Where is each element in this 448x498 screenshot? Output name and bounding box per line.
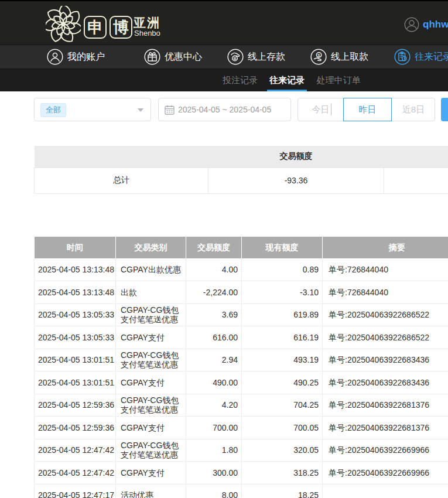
nav-item-3[interactable]: 线上存款 — [227, 45, 285, 69]
records-cell-type: CGPAY-CG钱包支付笔笔送优惠 — [116, 394, 186, 417]
records-cell-amount: 490.00 — [186, 371, 242, 394]
summary-table: 交易额度 总计 -93.36 — [34, 146, 448, 194]
user-avatar-icon — [404, 17, 419, 32]
records-cell-type: CGPAY-CG钱包支付笔笔送优惠 — [116, 349, 186, 371]
records-cell-time: 2025-04-05 12:47:17 — [35, 484, 116, 498]
records-cell-balance: 616.19 — [242, 326, 323, 349]
date-range-input[interactable]: 2025-04-05 ~ 2025-04-05 — [158, 98, 291, 121]
records-cell-balance: 318.25 — [242, 462, 323, 485]
summary-header-empty-2 — [384, 146, 448, 168]
records-cell-amount: 700.00 — [186, 417, 242, 439]
subnav-tab-3[interactable]: 处理中订单 — [317, 69, 361, 91]
records-cell-amount: 300.00 — [186, 462, 242, 485]
records-cell-summary: 单号:202504063922669966 — [323, 462, 448, 485]
calendar-icon — [165, 105, 175, 115]
summary-total-label: 总计 — [35, 168, 208, 193]
records-cell-time: 2025-04-05 12:47:42 — [35, 439, 116, 462]
records-cell-amount: 3.69 — [186, 303, 242, 326]
records-cell-summary — [323, 484, 448, 498]
records-cell-time: 2025-04-05 13:05:33 — [35, 303, 116, 326]
records-row: 2025-04-05 12:47:42CGPAY支付300.00318.25单号… — [35, 462, 448, 485]
page: 申 博 亚洲 Shenbo qhhw 我的账户 优惠中心 线上存款 $ 线上取款 — [0, 0, 448, 498]
records-cell-balance: 493.19 — [242, 349, 323, 371]
records-cell-summary: 单号:202504063922686522 — [323, 326, 448, 349]
nav-item-label: 线上取款 — [331, 51, 368, 63]
summary-total-row: 总计 -93.36 — [35, 168, 448, 193]
viewport: 申 博 亚洲 Shenbo qhhw 我的账户 优惠中心 线上存款 $ 线上取款 — [0, 0, 448, 498]
nav-item-label: 线上存款 — [248, 51, 285, 63]
records-cell-type: CGPAY支付 — [116, 371, 186, 394]
quick-btn-today[interactable]: 今日 — [298, 98, 343, 121]
records-cell-time: 2025-04-05 13:01:51 — [35, 349, 116, 371]
summary-header-row: 交易额度 — [35, 146, 448, 168]
records-cell-time: 2025-04-05 12:47:42 — [35, 462, 116, 485]
records-cell-balance: -3.10 — [242, 281, 323, 304]
records-cell-summary: 单号:202504063922683436 — [323, 349, 448, 371]
subnav-tab-2[interactable]: 往来记录 — [269, 69, 305, 91]
type-select-tag[interactable]: 全部 — [40, 103, 66, 117]
records-cell-time: 2025-04-05 13:13:48 — [35, 258, 116, 281]
records-cell-balance: 700.05 — [242, 417, 323, 439]
nav-item-label: 我的账户 — [67, 51, 105, 63]
brand-char-box-2: 博 — [110, 16, 132, 39]
nav-item-1[interactable]: 我的账户 — [47, 45, 105, 69]
records-cell-balance: 0.89 — [242, 258, 323, 281]
records-cell-type: CGPAY-CG钱包支付笔笔送优惠 — [116, 303, 186, 326]
records-col-header: 交易额度 — [186, 237, 242, 258]
brand-bar: 申 博 亚洲 Shenbo qhhw — [0, 1, 448, 45]
type-select[interactable]: 全部 — [34, 98, 151, 121]
records-table: 时间交易类别交易额度现有额度摘要 2025-04-05 13:13:48CGPA… — [34, 237, 448, 498]
records-cell-amount: 2.94 — [186, 349, 242, 371]
records-cell-time: 2025-04-05 12:59:36 — [35, 417, 116, 439]
text-caret — [331, 104, 331, 115]
search-button[interactable] — [441, 98, 448, 121]
nav-item-5[interactable]: 往来记录 — [394, 45, 448, 69]
username[interactable]: qhhw — [423, 19, 448, 30]
records-cell-summary: 单号:202504063922681376 — [323, 417, 448, 439]
records-col-header: 时间 — [35, 237, 116, 258]
records-cell-amount: 1.80 — [186, 439, 242, 462]
records-cell-type: CGPAY-CG钱包支付笔笔送优惠 — [116, 439, 186, 462]
nav-item-label: 优惠中心 — [165, 51, 202, 63]
nav-item-4[interactable]: $ 线上取款 — [310, 45, 368, 69]
records-cell-amount: -2,224.00 — [186, 281, 242, 304]
records-cell-summary: 单号:202504063922681376 — [323, 394, 448, 417]
nav-item-label: 往来记录 — [415, 51, 448, 63]
subnav-tab-1[interactable]: 投注记录 — [223, 69, 258, 91]
sub-nav: 投注记录往来记录处理中订单 — [0, 69, 448, 91]
records-cell-type: 活动优惠 — [116, 484, 186, 498]
records-cell-type: CGPAY支付 — [116, 326, 186, 349]
records-cell-time: 2025-04-05 13:05:33 — [35, 326, 116, 349]
records-row: 2025-04-05 13:05:33CGPAY-CG钱包支付笔笔送优惠3.69… — [35, 303, 448, 326]
brand-char-1: 申 — [87, 17, 103, 38]
records-row: 2025-04-05 13:13:48CGPAY出款优惠4.000.89单号:7… — [35, 258, 448, 281]
records-header-row: 时间交易类别交易额度现有额度摘要 — [35, 237, 448, 258]
quick-date-group: 今日 昨日 近8日 — [297, 98, 435, 121]
select-arrow-icon — [138, 108, 143, 112]
brand-char-2: 博 — [113, 17, 129, 38]
withdraw-icon: $ — [310, 49, 327, 65]
records-row: 2025-04-05 12:47:17活动优惠8.0018.25 — [35, 484, 448, 498]
records-cell-balance: 18.25 — [242, 484, 323, 498]
quick-btn-yesterday[interactable]: 昨日 — [343, 98, 392, 121]
records-icon — [394, 49, 411, 65]
records-cell-amount: 8.00 — [186, 484, 242, 498]
records-cell-balance: 704.25 — [242, 394, 323, 417]
account-icon — [47, 49, 63, 65]
nav-item-2[interactable]: 优惠中心 — [144, 45, 202, 69]
quick-btn-last8days[interactable]: 近8日 — [392, 98, 435, 121]
brand-char-box-1: 申 — [84, 16, 107, 39]
date-range-value[interactable]: 2025-04-05 ~ 2025-04-05 — [178, 98, 271, 121]
records-cell-time: 2025-04-05 12:59:36 — [35, 394, 116, 417]
records-row: 2025-04-05 12:47:42CGPAY-CG钱包支付笔笔送优惠1.80… — [35, 439, 448, 462]
records-cell-type: 出款 — [116, 281, 186, 304]
records-col-header: 摘要 — [323, 237, 448, 258]
main-nav: 我的账户 优惠中心 线上存款 $ 线上取款 往来记录 — [0, 45, 448, 69]
deposit-icon — [227, 49, 244, 65]
records-row: 2025-04-05 13:01:51CGPAY支付490.00490.25单号… — [35, 371, 448, 394]
records-cell-summary: 单号:726844040 — [323, 258, 448, 281]
summary-empty-cell — [384, 168, 448, 193]
summary-header-empty-1 — [35, 146, 208, 168]
records-cell-balance: 320.05 — [242, 439, 323, 462]
summary-header-amount: 交易额度 — [208, 146, 384, 168]
